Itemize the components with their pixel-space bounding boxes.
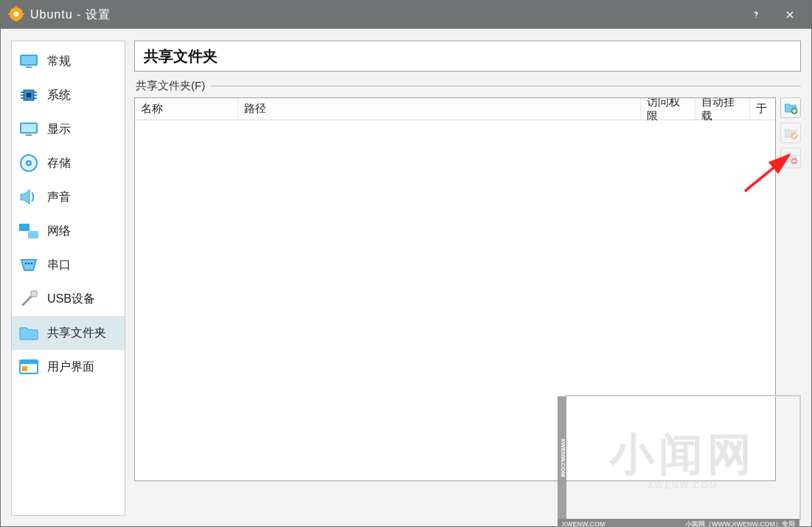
sidebar-item-shared-folders[interactable]: 共享文件夹 [12,316,125,350]
usb-icon [18,288,40,310]
svg-rect-2 [15,6,17,9]
speaker-icon [18,186,40,208]
page-title-text: 共享文件夹 [144,46,218,66]
group-label-text: 共享文件夹(F) [136,79,205,93]
add-folder-button[interactable] [780,97,801,118]
sidebar-item-label: 系统 [47,88,71,103]
svg-point-26 [25,263,27,265]
serial-port-icon [18,254,40,276]
svg-point-28 [31,263,33,265]
sidebar-item-label: 网络 [47,224,71,239]
watermark-bottom-right: 小闻网（WWW.XWENW.COM）专用 [685,520,795,528]
sidebar-item-label: USB设备 [47,292,95,307]
remove-folder-button[interactable] [780,148,801,168]
table-toolbar [780,97,801,481]
svg-point-23 [28,162,30,165]
watermark-bottom-left: XWENW.COM [562,520,605,527]
svg-rect-8 [21,56,36,64]
storage-icon [18,152,40,174]
sidebar-item-label: 存储 [47,156,71,171]
svg-rect-3 [15,19,17,22]
svg-rect-29 [31,291,37,297]
network-icon [18,220,40,242]
main-panel: 共享文件夹 共享文件夹(F) 名称 路径 访问权限 自动挂载 于 [134,41,801,516]
sidebar-item-label: 共享文件夹 [47,326,106,341]
column-at[interactable]: 于 [750,98,775,120]
monitor-icon [18,50,40,72]
folder-icon [18,322,40,344]
sidebar-item-general[interactable]: 常规 [12,44,125,78]
settings-window: Ubuntu - 设置 常规 [0,0,812,527]
content-area: 常规 系统 显示 存储 [1,29,811,526]
sidebar-item-usb[interactable]: USB设备 [12,282,125,316]
table-body [135,120,775,480]
sidebar-item-display[interactable]: 显示 [12,112,125,146]
sidebar-item-network[interactable]: 网络 [12,214,125,248]
sidebar-item-label: 常规 [47,54,71,69]
svg-point-27 [28,263,30,265]
edit-folder-button[interactable] [780,123,801,143]
svg-rect-20 [26,134,32,136]
svg-rect-31 [20,360,38,364]
svg-rect-32 [22,366,27,371]
close-button[interactable] [773,1,807,29]
svg-rect-11 [27,93,31,97]
svg-point-6 [755,17,756,18]
watermark-bottom: XWENW.COM 小闻网（WWW.XWENW.COM）专用 [558,519,799,527]
sidebar-item-storage[interactable]: 存储 [12,146,125,180]
ui-icon [18,356,40,378]
column-path[interactable]: 路径 [238,98,641,120]
sidebar-item-label: 声音 [47,190,71,205]
window-title: Ubuntu - 设置 [30,7,111,23]
display-icon [18,118,40,140]
shared-folders-table[interactable]: 名称 路径 访问权限 自动挂载 于 [134,97,776,481]
sidebar-item-label: 显示 [47,122,71,137]
sidebar-item-user-interface[interactable]: 用户界面 [12,350,125,384]
svg-rect-9 [26,66,32,68]
group-label: 共享文件夹(F) [134,79,801,93]
page-title: 共享文件夹 [134,41,801,72]
column-name[interactable]: 名称 [135,98,238,120]
sidebar-item-audio[interactable]: 声音 [12,180,125,214]
chip-icon [18,84,40,106]
svg-rect-24 [19,224,30,231]
sidebar-item-label: 串口 [47,258,71,273]
sidebar-item-system[interactable]: 系统 [12,78,125,112]
svg-point-1 [13,11,18,16]
svg-rect-19 [21,124,36,132]
svg-rect-5 [21,13,24,15]
svg-rect-4 [8,13,11,15]
column-access[interactable]: 访问权限 [641,98,695,120]
sidebar-item-serial[interactable]: 串口 [12,248,125,282]
titlebar: Ubuntu - 设置 [1,1,811,29]
help-button[interactable] [739,1,773,29]
sidebar-item-label: 用户界面 [47,359,94,375]
settings-gear-icon [8,6,24,24]
svg-rect-25 [28,231,38,238]
table-header: 名称 路径 访问权限 自动挂载 于 [135,98,775,120]
settings-sidebar: 常规 系统 显示 存储 [11,41,125,516]
column-mount[interactable]: 自动挂载 [695,98,750,120]
